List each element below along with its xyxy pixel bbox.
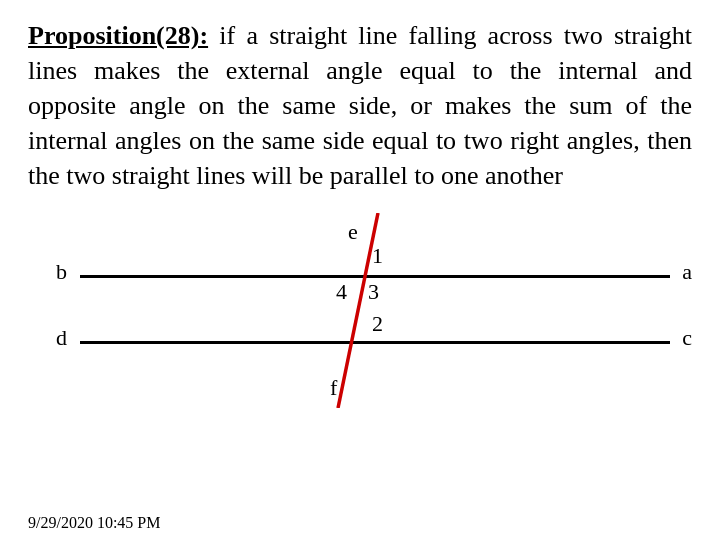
proposition-title: Proposition(28): [28,21,208,50]
label-a: a [682,259,692,285]
diagram-area: b a e 1 4 3 d c 2 f [20,213,700,408]
proposition-text: Proposition(28): if a straight line fall… [28,18,692,193]
label-3: 3 [368,279,379,305]
label-2: 2 [372,311,383,337]
label-c: c [682,325,692,351]
label-e: e [348,219,358,245]
line-dc [80,341,670,344]
label-1: 1 [372,243,383,269]
label-b: b [56,259,67,285]
label-4: 4 [336,279,347,305]
label-d: d [56,325,67,351]
timestamp: 9/29/2020 10:45 PM [28,514,160,532]
transversal-line [20,213,700,408]
main-content: Proposition(28): if a straight line fall… [0,0,720,203]
line-ba [80,275,670,278]
label-f: f [330,375,337,401]
